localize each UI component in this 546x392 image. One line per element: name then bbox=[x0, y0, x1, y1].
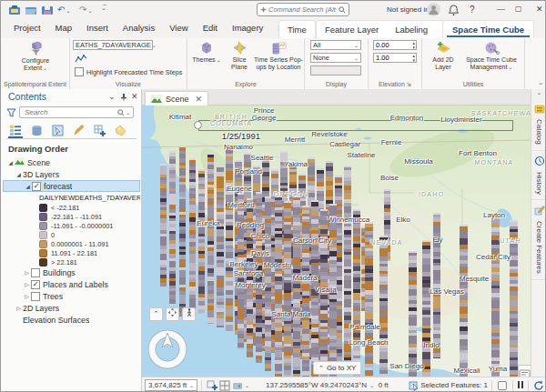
selected-features-count[interactable]: Selected Features: 1 bbox=[420, 381, 488, 389]
display-all-combo[interactable]: All⌄ bbox=[310, 40, 361, 50]
visibility-checkbox[interactable]: ✓ bbox=[31, 280, 40, 289]
space-time-bar[interactable] bbox=[409, 251, 417, 377]
search-options-chevron[interactable]: ⌄ bbox=[126, 109, 130, 116]
space-time-bar[interactable] bbox=[379, 236, 388, 377]
space-time-bar[interactable] bbox=[207, 153, 214, 324]
tree-item-0[interactable]: 0 bbox=[3, 230, 140, 239]
space-time-bar[interactable] bbox=[226, 147, 233, 331]
close-button[interactable]: ✕ bbox=[536, 5, 543, 14]
filter-icon[interactable] bbox=[6, 108, 16, 117]
scene-view-tab[interactable]: Scene ✕ bbox=[145, 91, 208, 106]
slice-plane[interactable] bbox=[198, 120, 513, 131]
tree-item-scene[interactable]: ◢Scene bbox=[3, 156, 140, 168]
configure-extent-button[interactable]: ConfigureExtent⌄ bbox=[13, 41, 58, 72]
stc-management-button[interactable]: Space Time CubeManagement⌄ bbox=[462, 41, 521, 71]
tree-item-22-181[interactable]: > 22.181 bbox=[3, 257, 140, 266]
space-time-bar[interactable] bbox=[329, 204, 337, 377]
tree-item-forecast[interactable]: ◢✓forecast bbox=[3, 180, 140, 192]
tree-item-buildings[interactable]: ▷Buildings bbox=[3, 266, 140, 278]
walk-mode-button[interactable] bbox=[182, 307, 196, 321]
expander-icon[interactable]: ▷ bbox=[15, 305, 23, 311]
tree-item-places-and-labels[interactable]: ▷✓Places and Labels bbox=[3, 278, 140, 290]
full-control-button[interactable] bbox=[166, 307, 179, 321]
space-time-bar[interactable] bbox=[275, 192, 282, 377]
contextual-tab-time[interactable]: Time bbox=[278, 20, 316, 39]
nav-dots[interactable]: ∷ bbox=[198, 309, 201, 321]
tree-item-elevation-surfaces[interactable]: Elevation Surfaces bbox=[3, 314, 140, 326]
display-options-chevron[interactable]: ⌄ bbox=[245, 382, 249, 388]
elevation-exaggeration-spinner[interactable]: ▴▾ bbox=[373, 53, 417, 63]
tree-item-trees[interactable]: ▷Trees bbox=[3, 290, 140, 302]
space-time-bar[interactable] bbox=[302, 206, 309, 377]
space-time-bar[interactable] bbox=[160, 164, 167, 286]
visibility-checkbox[interactable]: ✓ bbox=[32, 182, 41, 191]
contents-search[interactable]: ⌄ bbox=[19, 106, 134, 118]
time-series-popups-button[interactable]: Time Series Pop-ups by Location bbox=[253, 41, 304, 71]
space-time-bar[interactable] bbox=[422, 240, 430, 377]
space-time-bar[interactable] bbox=[189, 158, 196, 315]
tree-item-22-181[interactable]: < -22.181 bbox=[3, 203, 140, 212]
avatar[interactable] bbox=[427, 3, 440, 16]
open-project-icon[interactable] bbox=[25, 4, 37, 16]
save-project-icon[interactable] bbox=[41, 4, 54, 16]
tree-item-22-181-11-091[interactable]: -22.181 - -11.091 bbox=[3, 212, 140, 221]
tree-item-2d-layers[interactable]: ▷2D Layers bbox=[3, 302, 140, 314]
space-time-bar[interactable] bbox=[344, 166, 351, 371]
slice-plane-handle[interactable] bbox=[194, 121, 202, 129]
dock-tab-catalog[interactable]: Catalog bbox=[531, 98, 546, 151]
quick-access-customize-icon[interactable]: ⌄̅ bbox=[101, 5, 106, 12]
scene-view[interactable]: KitimatPrince GeorgeBRITISH COLUMBIAEdmo… bbox=[142, 106, 531, 377]
menu-tab-insert[interactable]: Insert bbox=[79, 19, 116, 38]
space-time-bar[interactable] bbox=[169, 151, 176, 304]
expander-icon[interactable]: ◢ bbox=[15, 171, 23, 177]
expander-icon[interactable]: ◢ bbox=[24, 183, 32, 189]
grid-icon[interactable] bbox=[219, 380, 230, 391]
notifications-bell-icon[interactable] bbox=[449, 5, 459, 15]
themes-button[interactable]: Themes⌄ bbox=[191, 41, 222, 64]
space-time-bar[interactable] bbox=[365, 222, 373, 377]
dialog-launcher-icon[interactable]: ⇲ bbox=[407, 82, 411, 87]
space-time-bar[interactable] bbox=[353, 209, 360, 377]
space-time-bar[interactable] bbox=[284, 201, 291, 377]
space-time-bar[interactable] bbox=[198, 169, 205, 313]
visibility-checkbox[interactable] bbox=[31, 292, 40, 301]
collapse-ribbon-chevron[interactable]: ⌄ bbox=[538, 79, 543, 86]
pin-icon[interactable] bbox=[120, 93, 127, 101]
expander-icon[interactable]: ▷ bbox=[23, 281, 31, 287]
new-project-icon[interactable] bbox=[8, 4, 21, 16]
pane-menu-chevron-icon[interactable]: ⌄ bbox=[108, 92, 116, 101]
scale-combobox[interactable]: 3,674,825 ft⌄ bbox=[145, 379, 197, 391]
attributes-icon[interactable] bbox=[497, 380, 508, 391]
tab-list-by-editing[interactable] bbox=[71, 124, 86, 136]
go-to-xy-button[interactable]: ⌃Go to XY bbox=[313, 361, 361, 375]
dock-tab-history[interactable]: History bbox=[531, 151, 546, 201]
highlight-forecast-checkbox[interactable] bbox=[75, 67, 84, 76]
menu-tab-analysis[interactable]: Analysis bbox=[116, 19, 162, 38]
contextual-tab-feature-layer[interactable]: Feature Layer bbox=[317, 25, 387, 35]
space-time-bar[interactable] bbox=[238, 193, 244, 349]
look-around-button[interactable]: ⌃ bbox=[149, 307, 163, 321]
menu-tab-edit[interactable]: Edit bbox=[196, 19, 225, 38]
expander-icon[interactable]: ▷ bbox=[23, 269, 31, 276]
space-time-bar[interactable] bbox=[256, 192, 262, 363]
variable-combobox[interactable]: EATHS_7DAYAVERAGE⌄ bbox=[73, 40, 153, 50]
undo-icon[interactable]: ↶⌄ bbox=[57, 5, 70, 15]
menu-tab-map[interactable]: Map bbox=[48, 19, 79, 38]
space-time-bar[interactable] bbox=[460, 225, 468, 377]
slice-plane-button[interactable]: SlicePlane bbox=[226, 41, 253, 71]
maximize-button[interactable]: ▢ bbox=[515, 5, 522, 13]
tree-item-dailynewdeaths-7dayaverage-r[interactable]: DAILYNEWDEATHS_7DAYAVERAGE R... bbox=[3, 192, 140, 203]
visibility-checkbox[interactable] bbox=[31, 268, 40, 277]
space-time-bar[interactable] bbox=[320, 209, 328, 377]
dock-tab-create-features[interactable]: Create Features bbox=[531, 200, 546, 280]
space-time-bar[interactable] bbox=[247, 198, 253, 357]
display-empty-combo[interactable] bbox=[310, 65, 361, 75]
dock-chevron-icon[interactable]: ⌄ bbox=[531, 89, 546, 98]
display-none-combo[interactable]: None⌄ bbox=[310, 53, 361, 63]
menu-tab-view[interactable]: View bbox=[162, 19, 195, 38]
space-time-bar[interactable] bbox=[311, 200, 318, 377]
pause-drawing-icon[interactable] bbox=[517, 381, 524, 390]
tree-item-11-091-0-0000001[interactable]: -11.091 - -0.0000001 bbox=[3, 221, 140, 230]
command-search-input[interactable] bbox=[267, 5, 339, 15]
redo-icon[interactable]: ↷⌄ bbox=[79, 5, 92, 15]
